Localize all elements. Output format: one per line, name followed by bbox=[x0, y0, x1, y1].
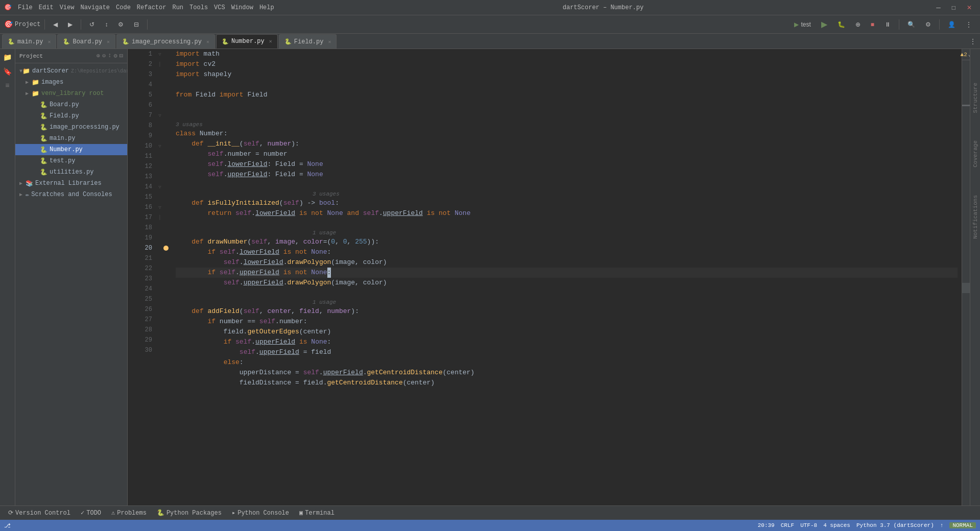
fold-23[interactable]: ▽ bbox=[156, 202, 163, 212]
code-line-30: fieldDistance = field.getCentroidDistanc… bbox=[176, 378, 958, 388]
window-controls[interactable]: ─ □ ✕ bbox=[932, 1, 976, 14]
panel-title: Project bbox=[19, 53, 43, 59]
right-tab-structure[interactable]: Structure bbox=[971, 80, 979, 116]
menu-run[interactable]: Run bbox=[172, 4, 183, 11]
tree-item-imgproc[interactable]: 🐍 image_processing.py bbox=[15, 122, 127, 133]
usages-hint-isfully: 3 usages bbox=[176, 190, 958, 198]
bottom-tab-console[interactable]: ▸ Python Console bbox=[228, 508, 293, 519]
linenum-12: 12 bbox=[136, 161, 156, 172]
tree-item-field[interactable]: 🐍 Field.py bbox=[15, 110, 127, 122]
back-button[interactable]: ◀ bbox=[49, 18, 62, 31]
close-button[interactable]: ✕ bbox=[963, 1, 976, 14]
tree-arrow-number bbox=[34, 147, 40, 153]
tab-close-board[interactable]: ✕ bbox=[107, 39, 110, 45]
panel-settings-icon[interactable]: ⚙ bbox=[114, 52, 117, 60]
expand-icon[interactable]: ⌄ bbox=[968, 51, 970, 58]
panel-close-icon[interactable]: ⊟ bbox=[119, 52, 123, 60]
tab-main-py[interactable]: 🐍 main.py ✕ bbox=[2, 34, 56, 49]
tree-item-main[interactable]: 🐍 main.py bbox=[15, 133, 127, 144]
tree-item-venv[interactable]: ▶ 📁 venv_library root bbox=[15, 88, 127, 99]
tab-board-py[interactable]: 🐍 Board.py ✕ bbox=[57, 34, 115, 49]
bottom-tab-todo[interactable]: ✓ TODO bbox=[77, 508, 105, 519]
fold-20 bbox=[156, 172, 163, 182]
panel-expand-icon[interactable]: ⊕ bbox=[97, 52, 100, 60]
fold-9[interactable]: │ bbox=[156, 59, 163, 69]
editor-content[interactable]: 1 2 3 4 5 6 7 8 9 10 11 12 13 14 15 16 1 bbox=[128, 49, 970, 505]
tab-image-processing-py[interactable]: 🐍 image_processing.py ✕ bbox=[116, 34, 215, 49]
maximize-button[interactable]: □ bbox=[948, 1, 960, 14]
tree-item-external-libs[interactable]: ▶ 📚 External Libraries bbox=[15, 178, 127, 189]
stop-button[interactable]: ■ bbox=[867, 18, 878, 31]
tab-close-image[interactable]: ✕ bbox=[206, 39, 209, 45]
project-view-icon[interactable]: 📁 bbox=[2, 51, 14, 63]
tree-item-board[interactable]: 🐍 Board.py bbox=[15, 99, 127, 110]
tree-item-scratches[interactable]: ▶ ✏ Scratches and Consoles bbox=[15, 189, 127, 200]
code-editor[interactable]: import math import cv2 import shapely fr… bbox=[174, 49, 962, 505]
pause-button[interactable]: ⏸ bbox=[880, 18, 895, 31]
panel-header-icons[interactable]: ⊕ ⊖ ↕ ⚙ ⊟ bbox=[97, 52, 123, 60]
fold-17[interactable]: ▽ bbox=[156, 141, 163, 151]
fold-21[interactable]: ▽ bbox=[156, 182, 163, 192]
tree-root-dartscore[interactable]: ▼ 📁 dartScorer Z:\Repositories\dartSco..… bbox=[15, 65, 127, 77]
panel-sort-icon[interactable]: ↕ bbox=[108, 52, 111, 60]
tree-item-utilities[interactable]: 🐍 utilities.py bbox=[15, 166, 127, 178]
tree-item-test[interactable]: 🐍 test.py bbox=[15, 155, 127, 166]
more-button[interactable]: ⋮ bbox=[962, 18, 976, 31]
fold-8[interactable]: ▽ bbox=[156, 49, 163, 59]
account-button[interactable]: 👤 bbox=[944, 18, 960, 31]
tab-more-button[interactable]: ⋮ bbox=[966, 34, 980, 49]
refresh-button[interactable]: ↺ bbox=[85, 18, 99, 31]
fold-14[interactable]: ▽ bbox=[156, 110, 163, 120]
tab-close-number[interactable]: ✕ bbox=[269, 38, 272, 44]
panel-collapse-icon[interactable]: ⊖ bbox=[102, 52, 106, 60]
coverage-button[interactable]: ⊕ bbox=[851, 18, 865, 31]
tab-close-field[interactable]: ✕ bbox=[328, 39, 331, 45]
menu-vcs[interactable]: VCS bbox=[214, 4, 225, 11]
git-push-icon[interactable]: ↑ bbox=[940, 522, 944, 528]
bottom-tab-vcs[interactable]: ⟳ Version Control bbox=[4, 508, 75, 519]
menu-bar[interactable]: File Edit View Navigate Code Refactor Ru… bbox=[18, 4, 274, 11]
fold-11 bbox=[156, 80, 163, 90]
bottom-tab-problems[interactable]: ⚠ Problems bbox=[107, 508, 151, 519]
search-button[interactable]: 🔍 bbox=[903, 18, 919, 31]
menu-window[interactable]: Window bbox=[231, 4, 253, 11]
tab-field-py[interactable]: 🐍 Field.py ✕ bbox=[279, 34, 337, 49]
linenum-25: 25 bbox=[136, 294, 156, 304]
run-config-button[interactable]: ▶ test bbox=[790, 18, 815, 31]
menu-refactor[interactable]: Refactor bbox=[137, 4, 166, 11]
sort-button[interactable]: ↕ bbox=[101, 18, 112, 31]
tab-close-main[interactable]: ✕ bbox=[47, 39, 51, 45]
menu-edit[interactable]: Edit bbox=[39, 4, 54, 11]
settings-button[interactable]: ⚙ bbox=[114, 18, 128, 31]
tree-item-images[interactable]: ▶ 📁 images bbox=[15, 77, 127, 88]
minimize-button[interactable]: ─ bbox=[932, 1, 945, 14]
settings2-button[interactable]: ⚙ bbox=[921, 18, 935, 31]
structure-icon[interactable]: ≡ bbox=[2, 80, 14, 92]
status-right: 20:39 CRLF UTF-8 4 spaces Python 3.7 (da… bbox=[758, 522, 976, 528]
file-tree: ▼ 📁 dartScorer Z:\Repositories\dartSco..… bbox=[15, 63, 127, 505]
menu-tools[interactable]: Tools bbox=[189, 4, 208, 11]
menu-help[interactable]: Help bbox=[259, 4, 274, 11]
scroll-track[interactable] bbox=[962, 60, 970, 505]
bottom-tab-packages[interactable]: 🐍 Python Packages bbox=[153, 508, 226, 519]
tree-scratches-icon: ✏ bbox=[26, 191, 29, 199]
scroll-thumb[interactable] bbox=[962, 283, 970, 293]
menu-view[interactable]: View bbox=[60, 4, 75, 11]
right-tab-coverage[interactable]: Coverage bbox=[971, 137, 979, 171]
bp-10 bbox=[163, 141, 174, 151]
tree-folder-icon-images: 📁 bbox=[32, 79, 39, 86]
tab-number-py[interactable]: 🐍 Number.py ✕ bbox=[216, 34, 278, 49]
run-button[interactable]: ▶ bbox=[817, 18, 831, 31]
right-tab-notifications[interactable]: Notifications bbox=[971, 192, 979, 242]
warning-count[interactable]: ▲2 ⌄ bbox=[962, 49, 970, 60]
tree-item-number[interactable]: 🐍 Number.py bbox=[15, 144, 127, 155]
bookmark-icon[interactable]: 🔖 bbox=[2, 65, 14, 78]
bottom-tab-terminal[interactable]: ▣ Terminal bbox=[295, 508, 339, 519]
layout-button[interactable]: ⊟ bbox=[130, 18, 143, 31]
forward-button[interactable]: ▶ bbox=[64, 18, 77, 31]
debug-button[interactable]: 🐛 bbox=[833, 18, 849, 31]
menu-navigate[interactable]: Navigate bbox=[80, 4, 110, 11]
menu-file[interactable]: File bbox=[18, 4, 33, 11]
menu-code[interactable]: Code bbox=[116, 4, 131, 11]
fold-24[interactable]: │ bbox=[156, 212, 163, 223]
